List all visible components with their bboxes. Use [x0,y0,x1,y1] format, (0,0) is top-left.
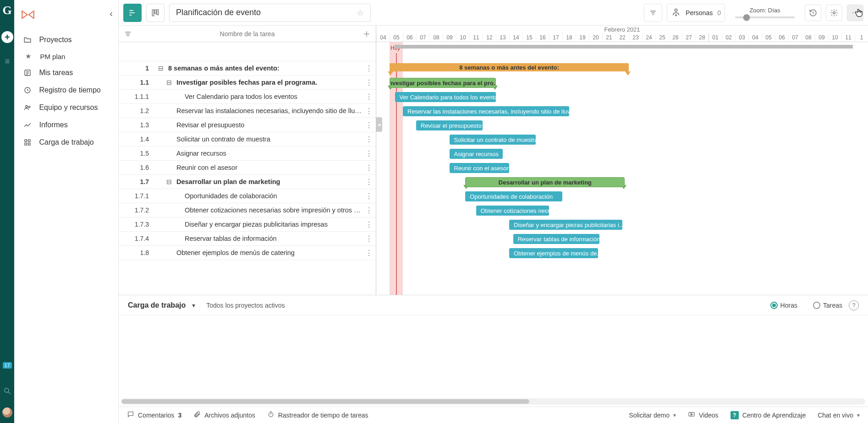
gantt-task-bar[interactable]: Diseñar y encargar piezas publicitarias … [509,220,622,230]
footer-time-tracker[interactable]: Rastreador de tiempo de tareas [267,411,368,419]
notifications-badge[interactable]: 17 [3,362,12,369]
board-view-button[interactable] [146,4,165,22]
sidebar-item-pm-plan[interactable]: ★ PM plan [14,49,118,64]
sidebar-label: Carga de trabajo [39,138,93,146]
task-row[interactable]: 1.4Solicitar un contrato de muestra⋮ [119,132,376,146]
column-name-header: Nombre de la tarea [137,30,357,38]
task-row[interactable]: 1.7⊟Desarrollar un plan de marketing⋮ [119,175,376,189]
radio-dot-icon [770,302,778,309]
gantt-day-cell: 07 [416,33,429,42]
horizontal-scrollbar[interactable] [121,398,865,405]
gantt-task-bar[interactable]: Obtener cotizaciones nece... [476,206,549,216]
task-row[interactable]: 1.6Reunir con el asesor⋮ [119,161,376,175]
workload-dropdown-icon[interactable]: ▾ [192,302,195,309]
history-button[interactable] [805,5,821,21]
sidebar-collapse-icon[interactable]: ‹ [110,8,113,19]
footer-videos[interactable]: Videos [688,411,719,419]
rail-menu-icon[interactable]: ≡ [5,57,10,66]
task-row[interactable]: 1.8Obtener ejemplos de menús de catering… [119,246,376,260]
clock-icon [22,86,33,94]
task-row[interactable]: 1.5Asignar recursos⋮ [119,146,376,161]
scrollbar-thumb[interactable] [121,399,529,404]
row-menu-icon[interactable]: ⋮ [362,234,376,243]
user-avatar[interactable] [1,407,13,418]
grid-menu-icon[interactable] [119,30,137,38]
sidebar-item-projects[interactable]: Proyectos [14,31,118,49]
gantt-group-bar[interactable]: Investigar posibles fechas para el pro..… [390,78,496,88]
gantt-body[interactable]: Hoy 8 semanas o más antes del evento:Inv… [376,42,868,295]
task-row[interactable]: 1⊟8 semanas o más antes del evento:⋮ [119,61,376,76]
task-row[interactable]: 1.3Revisar el presupuesto⋮ [119,118,376,132]
sidebar-item-my-tasks[interactable]: Mis tareas [14,64,118,81]
row-menu-icon[interactable]: ⋮ [362,149,376,158]
paperclip-icon [193,411,201,419]
zoom-control[interactable]: Zoom: Días [730,7,800,18]
row-menu-icon[interactable]: ⋮ [362,64,376,73]
gantt-task-bar[interactable]: Asignar recursos [450,149,503,159]
gantt-collapse-handle[interactable]: ◂ [376,117,382,132]
gantt-task-bar[interactable]: Reunir con el asesor [450,163,510,173]
create-button[interactable]: + [1,31,13,43]
add-column-button[interactable]: + [357,27,376,40]
row-menu-icon[interactable]: ⋮ [362,178,376,186]
gantt-group-bar[interactable]: Desarrollar un plan de marketing [465,177,625,187]
row-menu-icon[interactable]: ⋮ [362,107,376,115]
task-row[interactable]: 1.7.4Reservar tablas de información⋮ [119,232,376,246]
gantt-task-bar[interactable]: Solicitar un contrato de muestra [450,135,536,145]
task-row[interactable]: 1.1⊟Investigar posibles fechas para el p… [119,76,376,90]
footer-demo[interactable]: Solicitar demo▾ [629,411,676,419]
row-menu-icon[interactable]: ⋮ [362,249,376,257]
task-row[interactable]: 1.7.2Obtener cotizaciones necesarias sob… [119,203,376,217]
task-number: 1.7.3 [119,221,158,228]
row-menu-icon[interactable]: ⋮ [362,135,376,144]
row-menu-icon[interactable]: ⋮ [362,192,376,201]
row-menu-icon[interactable]: ⋮ [362,220,376,229]
zoom-thumb[interactable] [743,14,750,21]
footer-live-chat[interactable]: Chat en vivo▾ [818,411,860,419]
task-row[interactable]: 1.1.1Ver Calendario para todos los event… [119,90,376,104]
row-menu-icon[interactable]: ⋮ [362,78,376,87]
collapse-icon[interactable]: ⊟ [166,178,175,185]
settings-button[interactable] [826,5,842,21]
help-icon[interactable]: ? [849,300,859,310]
footer-learning-center[interactable]: ? Centro de Aprendizaje [731,411,806,419]
sidebar-item-workload[interactable]: Carga de trabajo [14,134,118,151]
task-row[interactable]: 1.2Reservar las instalaciones necesarias… [119,104,376,118]
gantt-task-bar[interactable]: Obtener ejemplos de menús de... [509,248,598,258]
gantt-day-cell: 19 [576,33,589,42]
task-list: 1⊟8 semanas o más antes del evento:⋮1.1⊟… [119,61,376,295]
collapse-icon[interactable]: ⊟ [166,79,175,86]
gantt-task-bar[interactable]: Ver Calendario para todos los eventos [395,92,496,102]
gantt-task-bar[interactable]: Oportunidades de colaboración [465,191,562,201]
filter-button[interactable] [644,4,662,22]
favorite-star-icon[interactable]: ☆ [357,8,364,18]
gantt-view-button[interactable] [123,4,142,22]
sidebar-item-time-log[interactable]: Registro de tiempo [14,81,118,99]
gantt-summary-bar[interactable]: 8 semanas o más antes del evento: [390,63,629,71]
gantt-task-bar[interactable]: Reservar tablas de información [513,234,600,244]
task-row[interactable]: 1.7.3Diseñar y encargar piezas publicita… [119,217,376,232]
sidebar-item-reports[interactable]: Informes [14,116,118,134]
people-selector[interactable]: Personas 0 [667,4,725,22]
row-menu-icon[interactable]: ⋮ [362,121,376,130]
more-button[interactable]: ⋯ [847,5,863,21]
collapse-icon[interactable]: ⊟ [158,65,166,72]
row-menu-icon[interactable]: ⋮ [362,92,376,101]
gantt-day-cell: 10 [828,33,841,42]
footer-comments[interactable]: Comentarios 3 [127,411,181,419]
search-icon[interactable] [3,387,11,397]
zoom-slider[interactable] [735,16,795,18]
radio-tasks[interactable]: Tareas [813,302,842,309]
workload-title: Carga de trabajo [128,301,186,309]
gantt-task-bar[interactable]: Reservar las instalaciones necesarias, i… [403,106,569,116]
workload-filter[interactable]: Todos los proyectos activos [206,302,285,309]
row-menu-icon[interactable]: ⋮ [362,206,376,215]
row-menu-icon[interactable]: ⋮ [362,163,376,172]
project-title-box[interactable]: Planificación de evento ☆ [169,4,371,22]
gantt-task-bar[interactable]: Revisar el presupuesto [416,120,483,130]
gantt-row: Revisar el presupuesto [376,118,868,132]
task-row[interactable]: 1.7.1Oportunidades de colaboración⋮ [119,189,376,203]
radio-hours[interactable]: Horas [770,302,797,309]
sidebar-item-team[interactable]: Equipo y recursos [14,99,118,116]
footer-attachments[interactable]: Archivos adjuntos [193,411,255,419]
